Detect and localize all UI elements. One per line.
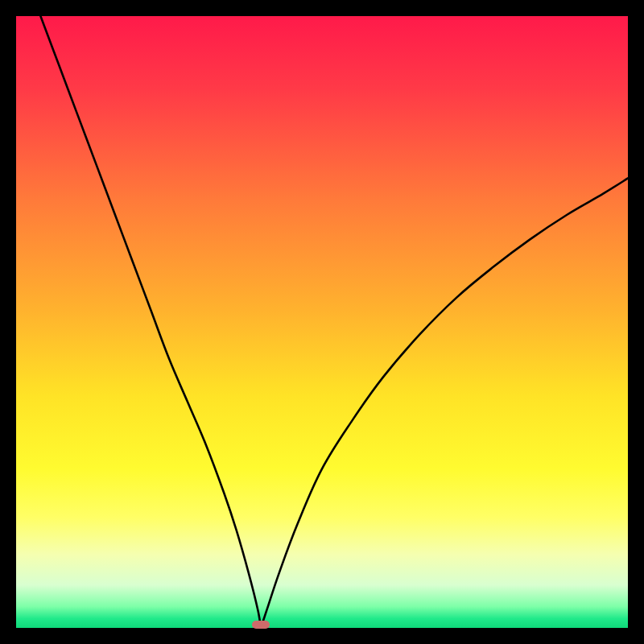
chart-plot-svg (16, 16, 628, 628)
minimum-marker (252, 621, 270, 629)
curve-right-branch (261, 178, 628, 628)
chart-frame: TheBottleneck.com (16, 16, 628, 628)
curve-left-branch (40, 16, 261, 628)
